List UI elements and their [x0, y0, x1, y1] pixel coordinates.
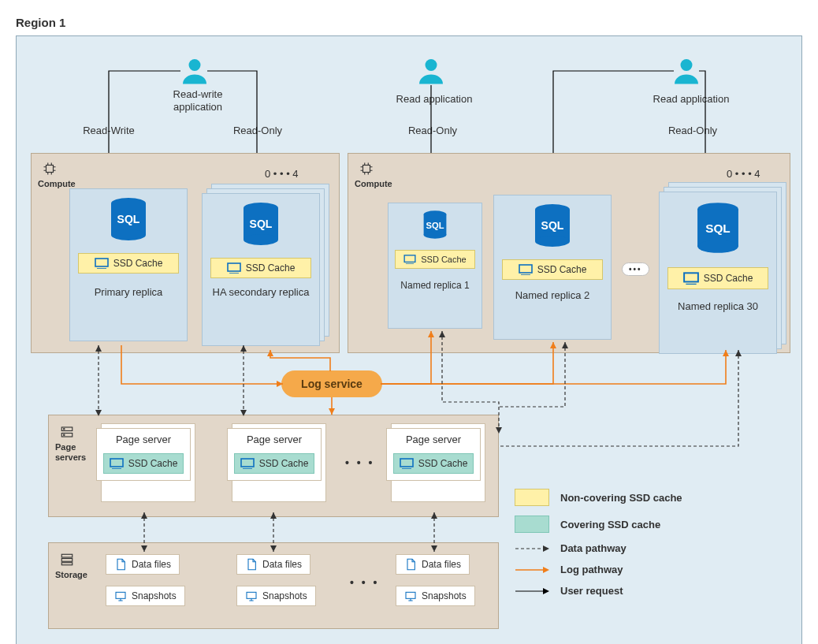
legend-label: Non-covering SSD cache: [560, 492, 682, 504]
svg-marker-69: [543, 567, 549, 573]
legend-row-covering: Covering SSD cache: [515, 516, 783, 533]
legend-label: Covering SSD cache: [560, 519, 660, 530]
svg-marker-57: [240, 410, 247, 416]
svg-marker-59: [562, 342, 568, 348]
svg-marker-56: [240, 345, 247, 352]
svg-marker-60: [735, 350, 742, 356]
legend-row-user: User request: [515, 585, 783, 597]
svg-marker-55: [95, 410, 102, 416]
svg-marker-64: [270, 512, 277, 519]
legend-label: Log pathway: [560, 564, 623, 575]
legend-row-data: Data pathway: [515, 542, 783, 554]
svg-marker-65: [270, 545, 277, 552]
region-title: Region 1: [16, 16, 802, 29]
legend-swatch-teal: [515, 516, 549, 533]
svg-marker-70: [543, 588, 549, 594]
svg-marker-67: [431, 545, 437, 552]
region-1-diagram: Read-write application Read application …: [16, 35, 802, 644]
legend-label: Data pathway: [560, 542, 627, 554]
legend-dash-arrow-icon: [515, 543, 549, 554]
legend: Non-covering SSD cache Covering SSD cach…: [515, 489, 783, 606]
legend-orange-arrow-icon: [515, 564, 549, 575]
svg-marker-54: [95, 345, 102, 352]
legend-swatch-yellow: [515, 489, 549, 506]
legend-row-noncovering: Non-covering SSD cache: [515, 489, 783, 506]
svg-marker-62: [141, 512, 147, 519]
svg-marker-58: [439, 331, 445, 337]
svg-marker-66: [431, 512, 437, 519]
legend-solid-arrow-icon: [515, 586, 549, 597]
legend-label: User request: [560, 585, 623, 597]
svg-marker-68: [543, 545, 549, 552]
legend-row-log: Log pathway: [515, 564, 783, 575]
svg-marker-61: [496, 427, 502, 434]
svg-marker-63: [141, 545, 147, 552]
